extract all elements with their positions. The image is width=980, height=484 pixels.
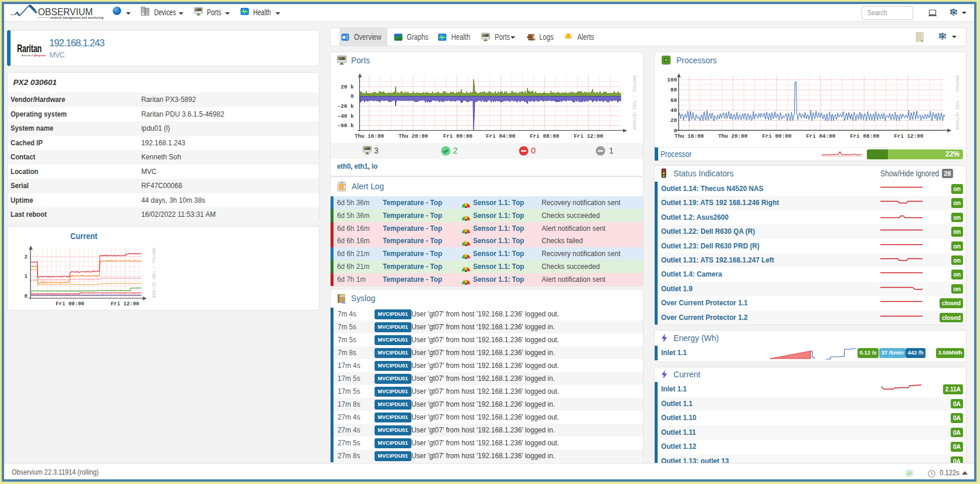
svg-text:-60 k: -60 k: [338, 122, 354, 129]
svg-text:RRDTOOL / TOBI OETIKER: RRDTOOL / TOBI OETIKER: [955, 76, 959, 130]
svg-text:Fri 04:00: Fri 04:00: [806, 133, 836, 139]
svg-text:80: 80: [671, 87, 678, 93]
svg-text:Fri 12:00: Fri 12:00: [574, 133, 604, 139]
svg-text:Thu 16:00: Thu 16:00: [675, 133, 705, 139]
svg-text:Thu 16:00: Thu 16:00: [355, 133, 384, 139]
svg-text:-20 k: -20 k: [338, 103, 354, 110]
svg-text:Fri 00:00: Fri 00:00: [762, 133, 792, 139]
svg-text:Fri 08:00: Fri 08:00: [530, 133, 560, 139]
svg-text:Fri 00:00: Fri 00:00: [56, 301, 84, 307]
svg-text:0: 0: [25, 294, 28, 299]
svg-text:0: 0: [351, 93, 354, 100]
svg-text:20 k: 20 k: [341, 84, 354, 90]
svg-text:20: 20: [671, 117, 678, 124]
svg-text:Thu 20:00: Thu 20:00: [399, 133, 428, 139]
svg-text:RRDTOOL / TOBI OETIKER: RRDTOOL / TOBI OETIKER: [151, 248, 155, 298]
svg-text:Fri 12:00: Fri 12:00: [111, 301, 139, 307]
svg-text:60: 60: [671, 97, 678, 104]
svg-text:100: 100: [667, 77, 677, 83]
svg-text:-40 k: -40 k: [338, 113, 354, 120]
svg-text:40: 40: [671, 107, 678, 114]
svg-text:Thu 20:00: Thu 20:00: [718, 133, 748, 139]
svg-text:Fri 00:00: Fri 00:00: [443, 133, 473, 139]
svg-text:Fri 04:00: Fri 04:00: [486, 133, 516, 139]
svg-text:Fri 08:00: Fri 08:00: [850, 133, 880, 139]
svg-text:network management and monitor: network management and monitoring: [50, 16, 103, 19]
svg-text:1: 1: [25, 274, 28, 280]
svg-text:RRDTOOL / TOBI OETIKER: RRDTOOL / TOBI OETIKER: [632, 76, 637, 130]
svg-text:Fri 12:00: Fri 12:00: [894, 133, 924, 139]
svg-text:2: 2: [25, 254, 28, 260]
svg-text:OBSERVIUM: OBSERVIUM: [38, 6, 93, 17]
